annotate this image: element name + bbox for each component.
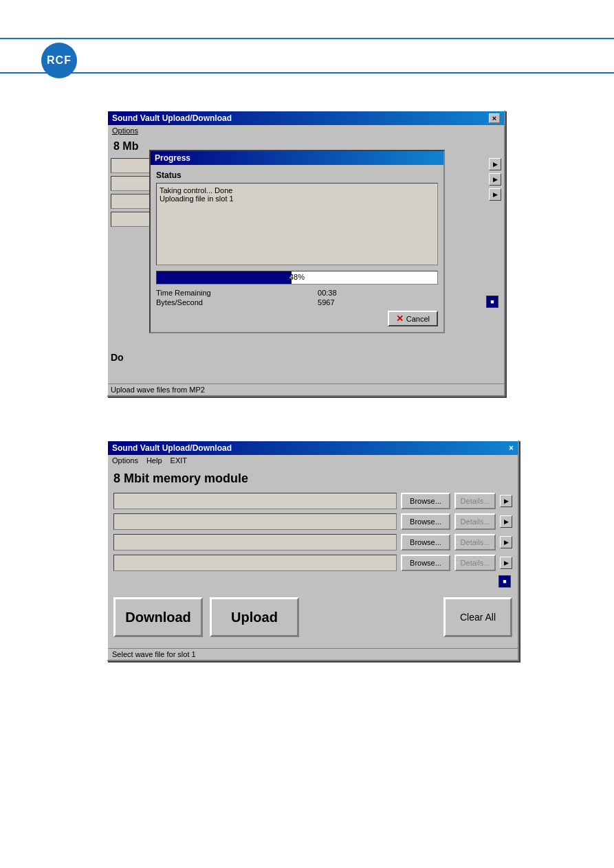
top-divider <box>0 38 614 39</box>
details-button-4[interactable]: Details... <box>454 555 496 571</box>
progress-info: Time Remaining 00:38 Bytes/Second 5967 <box>156 289 438 307</box>
play-button-row3[interactable]: ▶ <box>500 536 512 548</box>
file-row-1: Browse... Details... ▶ <box>113 493 512 509</box>
details-button-1[interactable]: Details... <box>454 493 496 509</box>
dialog1-menubar: Options <box>108 125 504 136</box>
play-button-row2[interactable]: ▶ <box>500 515 512 528</box>
dialog1-status-bar: Upload wave files from MP2 <box>108 383 504 395</box>
action-buttons-row: Download Upload Clear All <box>113 597 512 637</box>
dialog2-help-menu[interactable]: Help <box>146 456 162 465</box>
slot-row-2 <box>111 176 152 191</box>
dialog2-titlebar: Sound Vault Upload/Download × <box>108 441 518 455</box>
browse-button-2[interactable]: Browse... <box>401 513 450 530</box>
slot-row-3 <box>111 194 152 209</box>
dialog2-title: Sound Vault Upload/Download <box>112 443 232 453</box>
active-play-button[interactable]: ■ <box>486 296 498 308</box>
progress-bar-fill <box>157 271 292 284</box>
dialog2-exit-menu[interactable]: EXIT <box>171 456 187 465</box>
dialog2-window: Sound Vault Upload/Download × Options He… <box>107 440 519 661</box>
time-remaining-value: 00:38 <box>318 289 438 297</box>
file-input-2[interactable] <box>113 513 397 530</box>
file-input-4[interactable] <box>113 555 397 571</box>
file-input-1[interactable] <box>113 493 397 509</box>
dialog1-do-label: Do <box>111 352 124 363</box>
dialog2-status-bar: Select wave file for slot 1 <box>108 648 518 660</box>
slot-row-4 <box>111 212 152 227</box>
dialog2-memory-label: 8 Mbit memory module <box>113 471 512 486</box>
dialog2-options-menu[interactable]: Options <box>112 456 138 465</box>
dialog1-slots <box>111 158 152 227</box>
file-row-4: Browse... Details... ▶ <box>113 555 512 571</box>
active-indicator-area: ■ <box>113 575 512 588</box>
browse-button-3[interactable]: Browse... <box>401 534 450 550</box>
logo-circle: RCF <box>41 43 77 78</box>
status-line-1: Taking control... Done <box>160 186 435 194</box>
slot-input-1[interactable] <box>111 158 152 173</box>
status-label: Status <box>156 170 438 180</box>
active-stop-button[interactable]: ■ <box>498 575 511 588</box>
bytes-per-second-label: Bytes/Second <box>156 298 312 307</box>
cancel-label: Cancel <box>406 315 430 323</box>
details-button-3[interactable]: Details... <box>454 534 496 550</box>
dialog2-status-text: Select wave file for slot 1 <box>112 650 196 658</box>
dialog1-close-button[interactable]: × <box>489 113 500 123</box>
progress-body: Status Taking control... Done Uploading … <box>151 165 443 332</box>
dialog1-title: Sound Vault Upload/Download <box>112 113 232 123</box>
progress-percent: 48% <box>289 273 305 281</box>
clear-all-button[interactable]: Clear All <box>443 597 512 637</box>
dialog1-window: Sound Vault Upload/Download × Options 8 … <box>107 110 505 397</box>
progress-titlebar: Progress <box>151 151 443 165</box>
play-button-1[interactable]: ▶ <box>489 158 501 170</box>
slot-row-1 <box>111 158 152 173</box>
logo-text: RCF <box>47 54 72 67</box>
file-row-3: Browse... Details... ▶ <box>113 534 512 550</box>
download-button[interactable]: Download <box>113 597 203 637</box>
file-input-3[interactable] <box>113 534 397 550</box>
slot-input-2[interactable] <box>111 176 152 191</box>
progress-actions: ✕ Cancel <box>156 311 438 326</box>
progress-dialog: Progress Status Taking control... Done U… <box>149 150 445 333</box>
dialog2-body: 8 Mbit memory module Browse... Details..… <box>108 466 518 643</box>
play-button-2[interactable]: ▶ <box>489 173 501 186</box>
dialog2-menubar: Options Help EXIT <box>108 455 518 466</box>
play-buttons-group: ▶ ▶ ▶ ■ <box>489 158 501 201</box>
logo: RCF <box>41 43 77 78</box>
progress-bar-container: 48% <box>156 271 438 285</box>
details-button-2[interactable]: Details... <box>454 513 496 530</box>
cancel-button[interactable]: ✕ Cancel <box>388 311 438 326</box>
slot-input-3[interactable] <box>111 194 152 209</box>
slot-input-4[interactable] <box>111 212 152 227</box>
play-button-row4[interactable]: ▶ <box>500 557 512 569</box>
upload-button[interactable]: Upload <box>210 597 299 637</box>
play-button-row1[interactable]: ▶ <box>500 495 512 507</box>
browse-button-1[interactable]: Browse... <box>401 493 450 509</box>
dialog1-body: 8 Mb ▶ ▶ ▶ ■ Do Progress <box>108 136 504 383</box>
status-line-2: Uploading file in slot 1 <box>160 194 435 203</box>
status-box: Taking control... Done Uploading file in… <box>156 183 438 265</box>
dialog2-close-button[interactable]: × <box>509 443 514 453</box>
dialog1-status-text: Upload wave files from MP2 <box>111 386 205 394</box>
browse-button-4[interactable]: Browse... <box>401 555 450 571</box>
file-row-2: Browse... Details... ▶ <box>113 513 512 530</box>
cancel-icon: ✕ <box>396 313 404 324</box>
dialog1-options-menu[interactable]: Options <box>112 126 138 135</box>
dialog1-titlebar: Sound Vault Upload/Download × <box>108 111 504 125</box>
bytes-per-second-value: 5967 <box>318 298 438 307</box>
play-button-3[interactable]: ▶ <box>489 188 501 201</box>
time-remaining-label: Time Remaining <box>156 289 312 297</box>
bottom-divider <box>0 72 614 74</box>
